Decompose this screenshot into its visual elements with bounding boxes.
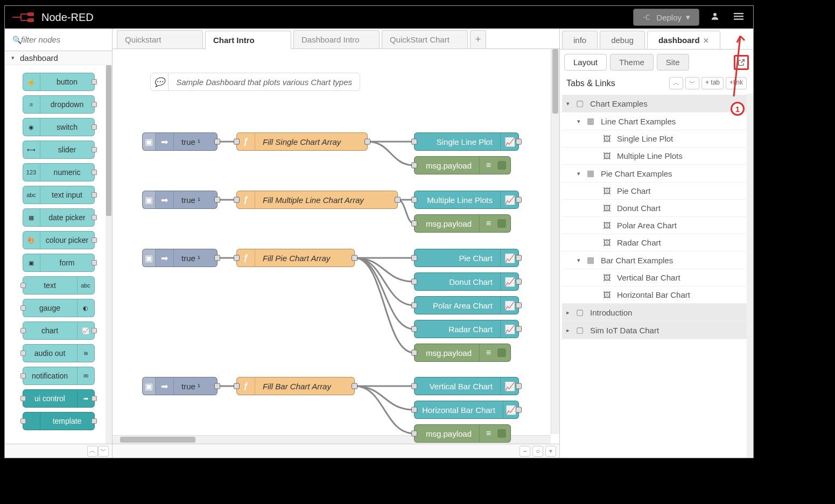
palette-node-text-input[interactable]: abc text input [23, 186, 95, 204]
inject-button[interactable]: ▣ [143, 377, 156, 395]
menu-icon[interactable] [731, 8, 747, 27]
tree-item[interactable]: ▸ ▢ Sim IoT Data Chart [562, 321, 751, 339]
tree-item[interactable]: 🖼 Horizontal Bar Chart [562, 286, 751, 304]
tab-quickstart[interactable]: Quickstart [117, 30, 203, 48]
palette-node-gauge[interactable]: ◐ gauge [23, 299, 95, 317]
zoom-in-button[interactable]: + [545, 446, 556, 457]
function-node[interactable]: ƒ Fill Bar Chart Array [236, 377, 355, 395]
add-tab-button[interactable]: + [470, 30, 486, 48]
debug-node[interactable]: msg.payload ≡ [414, 424, 511, 443]
chart-node[interactable]: Donut Chart 📈 [414, 272, 519, 291]
inject-button[interactable]: ▣ [143, 191, 156, 208]
tree-item[interactable]: ▸ ▢ Introduction [562, 304, 751, 321]
user-icon[interactable] [707, 8, 723, 27]
chart-node[interactable]: Radar Chart 📈 [414, 320, 519, 338]
sidebar: infodebugdashboard✕ LayoutThemeSite Tabs… [559, 29, 753, 458]
subtab-layout[interactable]: Layout [564, 54, 607, 71]
chart-node[interactable]: Pie Chart 📈 [414, 249, 519, 267]
subtab-theme[interactable]: Theme [610, 54, 654, 71]
palette-node-template[interactable]: template [23, 412, 95, 430]
inject-node[interactable]: ▣ ➡ true ¹ [142, 377, 217, 395]
palette-node-slider[interactable]: ⟷ slider [23, 141, 95, 159]
inject-node[interactable]: ▣ ➡ true ¹ [142, 132, 217, 151]
comment-node[interactable]: 💬Sample Dashboard that plots various Cha… [150, 73, 360, 91]
sidebar-scrollbar[interactable] [747, 94, 753, 458]
chart-node[interactable]: Polar Area Chart 📈 [414, 296, 519, 314]
expand-button[interactable]: ︿ [669, 77, 683, 89]
function-node[interactable]: ƒ Fill Multiple Line Chart Array [236, 191, 398, 209]
tree-item[interactable]: ▾ ▦ Line Chart Examples [562, 113, 751, 130]
tree-item[interactable]: ▾ ▦ Pie Chart Examples [562, 165, 751, 183]
img-icon: 🖼 [603, 273, 613, 282]
debug-node[interactable]: msg.payload ≡ [414, 214, 511, 233]
inject-button[interactable]: ▣ [143, 249, 156, 267]
palette-collapse-down[interactable]: ﹀ [98, 446, 109, 457]
palette-node-button[interactable]: ☝ button [23, 73, 95, 91]
tree-item[interactable]: 🖼 Single Line Plot [562, 130, 751, 148]
sidebar-tab-dashboard[interactable]: dashboard✕ [647, 31, 720, 49]
workspace: QuickstartChart IntroDashboard IntroQuic… [113, 29, 559, 458]
svg-rect-5 [734, 18, 743, 19]
palette-scrollbar[interactable] [106, 65, 112, 444]
grid-icon: ▦ [587, 169, 597, 178]
palette-node-notification[interactable]: ✉ notification [23, 367, 95, 385]
tab-chart-intro[interactable]: Chart Intro [205, 31, 291, 49]
tree-item[interactable]: 🖼 Polar Area Chart [562, 217, 751, 234]
chart-node[interactable]: Single Line Plot 📈 [414, 132, 519, 151]
debug-label: msg.payload [415, 348, 479, 358]
add-link-button[interactable]: +link [726, 77, 747, 89]
palette-node-audio-out[interactable]: ≋ audio out [23, 344, 95, 362]
palette-node-form[interactable]: ▣ form [23, 254, 95, 272]
tree-label: Bar Chart Examples [601, 256, 673, 265]
zoom-out-button[interactable]: − [520, 446, 530, 457]
canvas-scroll-y[interactable] [551, 49, 559, 434]
svg-rect-4 [734, 16, 743, 17]
debug-node[interactable]: msg.payload ≡ [414, 156, 511, 174]
subtab-site[interactable]: Site [657, 54, 689, 71]
tree-item[interactable]: 🖼 Vertical Bar Chart [562, 269, 751, 286]
function-node[interactable]: ƒ Fill Pie Chart Array [236, 249, 355, 267]
grid-icon: ▦ [587, 116, 597, 126]
canvas[interactable]: 💬Sample Dashboard that plots various Cha… [113, 49, 559, 444]
palette-node-chart[interactable]: 📈 chart [23, 321, 95, 340]
inject-node[interactable]: ▣ ➡ true ¹ [142, 249, 217, 267]
tree-item[interactable]: 🖼 Pie Chart [562, 183, 751, 200]
function-node[interactable]: ƒ Fill Single Chart Array [236, 132, 368, 151]
tree-item[interactable]: ▾ ▦ Bar Chart Examples [562, 251, 751, 269]
chart-node[interactable]: Horizontal Bar Chart 📈 [414, 401, 519, 419]
tree-item[interactable]: 🖼 Multiple Line Plots [562, 148, 751, 165]
palette-node-colour-picker[interactable]: 🎨 colour picker [23, 231, 95, 249]
arrow-icon: ➡ [156, 249, 174, 267]
sidebar-tab-debug[interactable]: debug [600, 31, 645, 49]
palette-node-ui-control[interactable]: ➡ ui control [23, 389, 95, 408]
palette-collapse-up[interactable]: ︿ [87, 446, 98, 457]
img-icon: 🖼 [603, 186, 613, 195]
tab-quickstart-chart[interactable]: QuickStart Chart [382, 30, 468, 48]
chart-node[interactable]: Vertical Bar Chart 📈 [414, 377, 519, 395]
filter-input[interactable] [9, 33, 108, 46]
palette-node-switch[interactable]: ◉ switch [23, 118, 95, 136]
debug-icon: ≡ [479, 157, 497, 174]
sidebar-tab-info[interactable]: info [562, 31, 598, 49]
inject-label: true ¹ [174, 195, 208, 205]
tree-label: Sim IoT Data Chart [590, 326, 659, 335]
deploy-button[interactable]: Deploy ▾ [633, 9, 699, 26]
inject-button[interactable]: ▣ [143, 133, 156, 150]
close-icon[interactable]: ✕ [703, 37, 709, 45]
tree-item[interactable]: 🖼 Radar Chart [562, 234, 751, 251]
collapse-button[interactable]: ﹀ [685, 77, 699, 89]
open-dashboard-button[interactable] [734, 55, 749, 70]
inject-node[interactable]: ▣ ➡ true ¹ [142, 191, 217, 209]
palette-node-dropdown[interactable]: ≡ dropdown [23, 95, 95, 114]
palette-node-numeric[interactable]: 123 numeric [23, 163, 95, 181]
debug-node[interactable]: msg.payload ≡ [414, 344, 511, 362]
palette-node-date-picker[interactable]: ▦ date picker [23, 208, 95, 227]
zoom-reset-button[interactable]: ○ [532, 446, 543, 457]
chart-node[interactable]: Multiple Line Plots 📈 [414, 191, 519, 209]
palette-node-text[interactable]: abc text [23, 276, 95, 295]
add-tab-button[interactable]: + tab [701, 77, 724, 89]
tree-item[interactable]: 🖼 Donut Chart [562, 200, 751, 217]
palette-category[interactable]: dashboard [5, 51, 112, 65]
tab-dashboard-intro[interactable]: Dashboard Intro [293, 30, 380, 48]
tree-item[interactable]: ▾ ▢ Chart Examples [562, 95, 751, 113]
